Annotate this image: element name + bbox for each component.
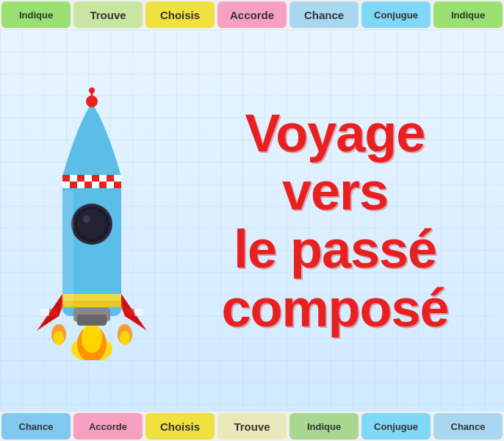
nav-btn-bottom-conjugue[interactable]: Conjugue <box>361 413 431 440</box>
svg-rect-32 <box>134 309 143 316</box>
svg-point-6 <box>120 331 130 345</box>
svg-rect-19 <box>99 182 107 188</box>
nav-btn-bottom-accorde[interactable]: Accorde <box>73 413 143 440</box>
svg-rect-20 <box>114 182 121 188</box>
svg-rect-18 <box>84 182 92 188</box>
svg-point-23 <box>77 209 107 239</box>
svg-point-11 <box>89 87 95 93</box>
svg-rect-14 <box>77 175 84 182</box>
nav-btn-chance[interactable]: Chance <box>289 1 359 28</box>
page-title: Voyage vers le passé composé <box>188 104 482 337</box>
nav-btn-bottom-choisis[interactable]: Choisis <box>145 413 215 440</box>
svg-point-4 <box>54 331 64 345</box>
svg-rect-34 <box>62 190 73 307</box>
title-line1: Voyage vers <box>188 104 482 220</box>
nav-btn-bottom-indique[interactable]: Indique <box>289 413 359 440</box>
svg-rect-31 <box>49 309 58 316</box>
top-navigation: Indique Trouve Choisis Accorde Chance Co… <box>0 0 504 29</box>
svg-point-2 <box>82 323 102 353</box>
title-line3: composé <box>188 279 482 337</box>
svg-rect-16 <box>107 175 114 182</box>
bottom-navigation: Chance Accorde Choisis Trouve Indique Co… <box>0 412 504 441</box>
nav-btn-indique-left[interactable]: Indique <box>1 1 71 28</box>
main-content: Voyage vers le passé composé <box>0 29 504 412</box>
rocket-illustration <box>15 81 169 360</box>
title-container: Voyage vers le passé composé <box>188 104 482 337</box>
svg-rect-33 <box>126 309 134 316</box>
nav-btn-bottom-trouve[interactable]: Trouve <box>217 413 287 440</box>
nav-btn-indique-right[interactable]: Indique <box>433 1 503 28</box>
svg-rect-15 <box>92 175 99 182</box>
svg-rect-13 <box>62 175 70 182</box>
rocket-svg <box>15 81 169 360</box>
nav-btn-bottom-chance-left[interactable]: Chance <box>1 413 71 440</box>
content-wrapper: Voyage vers le passé composé <box>0 29 504 412</box>
nav-btn-choisis[interactable]: Choisis <box>145 1 215 28</box>
nav-btn-bottom-chance-right[interactable]: Chance <box>433 413 503 440</box>
svg-rect-17 <box>70 182 77 188</box>
nav-btn-conjugue[interactable]: Conjugue <box>361 1 431 28</box>
nav-btn-accorde[interactable]: Accorde <box>217 1 287 28</box>
nav-btn-trouve[interactable]: Trouve <box>73 1 143 28</box>
svg-rect-29 <box>77 315 107 326</box>
svg-point-24 <box>83 215 90 223</box>
svg-rect-30 <box>40 309 49 316</box>
title-line2: le passé <box>188 220 482 279</box>
